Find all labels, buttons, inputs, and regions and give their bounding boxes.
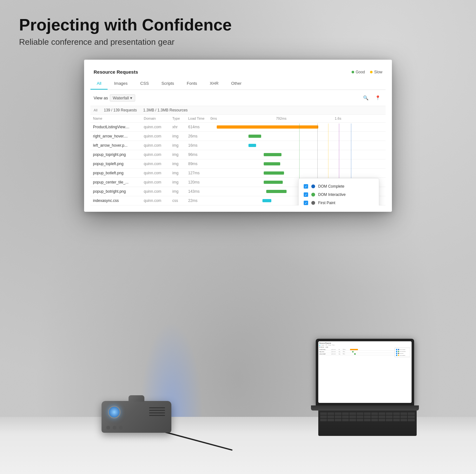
key: [408, 412, 414, 415]
col-header-type: Type: [170, 115, 186, 123]
waterfall-dropdown[interactable]: Waterfall ▾: [110, 94, 135, 102]
timeline-bar: [264, 153, 281, 156]
tab-fonts[interactable]: Fonts: [181, 78, 204, 90]
dropdown-item-first-paint[interactable]: ✓ First Paint: [304, 199, 374, 205]
key: [327, 412, 334, 415]
table-row: popup_topright.png quinn.com img 96ms: [90, 150, 386, 159]
key: [371, 416, 378, 418]
projected-screen: Resource Requests Good Slow All Images C…: [84, 60, 392, 212]
tab-other[interactable]: Other: [225, 78, 248, 90]
key: [386, 412, 393, 415]
cell-type: img: [170, 178, 186, 187]
key: [371, 419, 378, 421]
timeline-bar: [266, 190, 287, 193]
tab-css[interactable]: CSS: [134, 78, 155, 90]
tabs-container: All Images CSS Scripts Fonts XHR Other: [90, 78, 386, 90]
bottom-section: Resource Requests All Images CSS Scripts…: [0, 322, 476, 474]
key: [327, 416, 334, 418]
milestone-dropdown: ✓ DOM Complete ✓ DOM Interactive ✓ First…: [298, 178, 379, 205]
key: [393, 412, 400, 415]
projector-vents: [149, 407, 165, 416]
toolbar-right: 🔍 📍: [361, 93, 382, 103]
cell-name: right_arrow_hover....: [90, 132, 141, 141]
cell-timeline: [208, 123, 386, 132]
key: [357, 419, 363, 421]
tab-scripts[interactable]: Scripts: [155, 78, 181, 90]
slow-label: Slow: [374, 70, 382, 74]
key: [342, 416, 349, 418]
cell-domain: quinn.com: [141, 178, 170, 187]
dropdown-item-dom-complete[interactable]: ✓ DOM Complete: [304, 182, 374, 190]
checkbox-dom-complete[interactable]: ✓: [304, 184, 308, 189]
key: [400, 412, 407, 415]
cell-name: popup_topleft.png: [90, 159, 141, 169]
legend-good: Good: [352, 70, 365, 74]
key: [320, 412, 327, 415]
timeline-16s: 1.6s: [335, 117, 341, 120]
dot-dom-complete: [311, 184, 315, 188]
tab-xhr[interactable]: XHR: [203, 78, 225, 90]
cell-loadtime: 89ms: [186, 159, 208, 169]
cell-loadtime: 614ms: [186, 123, 208, 132]
requests-count: 139 / 139 Requests: [104, 108, 137, 112]
filter-button[interactable]: 📍: [373, 93, 382, 103]
key: [320, 419, 327, 421]
checkbox-first-paint[interactable]: ✓: [304, 201, 308, 205]
timeline-bar: [217, 125, 318, 129]
cell-loadtime: 127ms: [186, 169, 208, 178]
timeline-0ms: 0ms: [210, 117, 217, 120]
control-3: [119, 426, 123, 430]
label-dom-interactive: DOM Interactive: [318, 192, 346, 197]
slow-dot: [370, 71, 373, 73]
laptop-screen-inner: Resource Requests All Images CSS Scripts…: [318, 341, 412, 403]
tab-all[interactable]: All: [90, 78, 108, 90]
control-2: [113, 426, 116, 430]
cell-timeline: [208, 159, 386, 169]
cell-domain: quinn.com: [141, 187, 170, 196]
key: [349, 412, 356, 415]
cell-domain: quinn.com: [141, 196, 170, 205]
laptop: Resource Requests All Images CSS Scripts…: [316, 339, 419, 436]
timeline-bar: [264, 171, 284, 175]
cell-loadtime: 22ms: [186, 196, 208, 205]
view-as-section: View as Waterfall ▾: [94, 94, 135, 102]
key: [349, 416, 356, 418]
stats-bar: All 139 / 139 Requests 1.3MB / 1.3MB Res…: [90, 106, 386, 115]
cell-domain: quinn.com: [141, 141, 170, 150]
checkbox-dom-interactive[interactable]: ✓: [304, 192, 308, 197]
key: [379, 412, 385, 415]
cell-type: xhr: [170, 123, 186, 132]
label-dom-complete: DOM Complete: [318, 184, 345, 189]
key: [400, 419, 407, 421]
key: [320, 416, 327, 418]
good-dot: [352, 71, 354, 73]
key: [379, 419, 385, 421]
key: [408, 416, 414, 418]
cell-domain: quinn.com: [141, 159, 170, 169]
cell-domain: quinn.com: [141, 169, 170, 178]
key: [364, 412, 371, 415]
key: [408, 419, 414, 421]
timeline-bar: [262, 199, 271, 202]
vent-2: [149, 410, 165, 411]
laptop-base: [311, 405, 419, 411]
search-button[interactable]: 🔍: [361, 93, 370, 103]
vent-4: [149, 415, 165, 416]
table-row: popup_topleft.png quinn.com img 89ms: [90, 159, 386, 169]
dot-dom-interactive: [311, 193, 315, 197]
col-header-loadtime: Load Time: [186, 115, 208, 123]
label-first-paint: First Paint: [318, 201, 335, 205]
key: [342, 412, 349, 415]
projector-body: [102, 401, 171, 433]
key: [393, 416, 400, 418]
cell-timeline: [208, 150, 386, 159]
panel-title: Resource Requests: [94, 69, 138, 75]
key: [349, 419, 356, 421]
vent-3: [149, 412, 165, 413]
key: [327, 419, 334, 421]
cell-name: popup_botleft.png: [90, 169, 141, 178]
dropdown-item-dom-interactive[interactable]: ✓ DOM Interactive: [304, 190, 374, 199]
cell-name: indexasync.css: [90, 196, 141, 205]
cell-timeline: [208, 169, 386, 178]
tab-images[interactable]: Images: [108, 78, 134, 90]
